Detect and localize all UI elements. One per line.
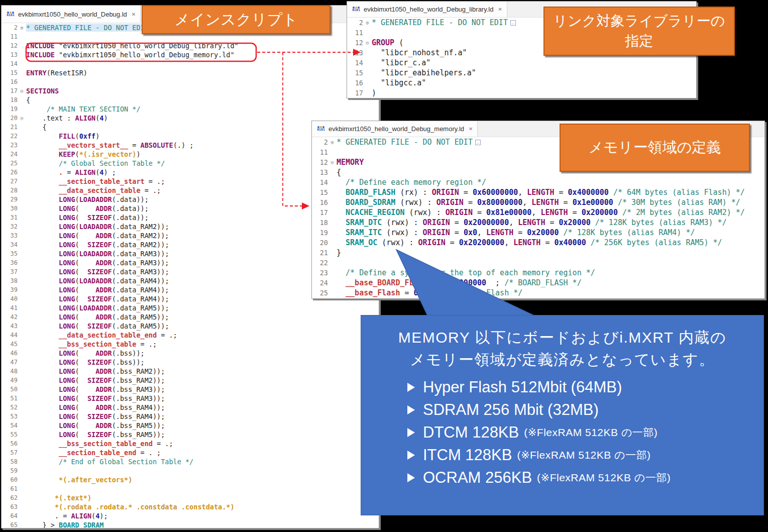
bullet-text: ITCM 128KB	[423, 446, 512, 464]
line-number: 30	[2, 205, 18, 212]
code-line: 61	[2, 484, 379, 493]
code-line: 15 BOARD_FLASH (rx) : ORIGIN = 0x6000000…	[312, 187, 764, 197]
note-bullet-item: OCRAM 256KB(※FlexRAM 512KB の一部)	[407, 466, 763, 489]
code-text: LONG( SIZEOF(.data));	[26, 214, 149, 222]
line-number: 14	[2, 60, 18, 67]
tab-main-script[interactable]: 0101 evkbimxrt1050_hello_world_Debug.ld …	[2, 6, 141, 23]
fold-toggle-icon[interactable]: ⊖	[363, 40, 372, 46]
code-text: . = ALIGN(4) ;	[26, 168, 116, 176]
line-number: 14	[312, 178, 328, 186]
line-number: 32	[2, 223, 18, 230]
line-number: 34	[2, 241, 18, 248]
line-number: 51	[2, 395, 18, 402]
code-line: 46 LONG( ADDR(.bss));	[2, 349, 379, 358]
line-number: 2	[347, 19, 363, 27]
line-number: 12	[2, 42, 18, 49]
code-text: .text : ALIGN(4)	[26, 114, 108, 122]
close-icon[interactable]: ✕	[132, 12, 136, 17]
code-line: 65 } > BOARD_SDRAM	[2, 520, 379, 528]
code-line: 23 /* Define a symbol for the top of eac…	[312, 268, 764, 278]
line-number: 16	[312, 198, 328, 206]
line-number: 19	[312, 229, 328, 237]
code-line: 60 *(.after_vectors*)	[2, 475, 379, 484]
collapsed-region-icon: ‥	[510, 20, 516, 26]
code-line: 43 LONG( SIZEOF(.data_RAM5));	[2, 322, 379, 331]
code-text: __data_section_table = .;	[26, 186, 161, 194]
tab-memory-script[interactable]: 0101 evkbimxrt1050_hello_world_Debug_mem…	[312, 121, 478, 137]
code-text: ENTRY(ResetISR)	[26, 69, 87, 77]
code-line: 16	[2, 77, 379, 86]
code-text: SRAM_ITC (rwx) : ORIGIN = 0x0, LENGTH = …	[337, 228, 695, 237]
code-text: "libcr_nohost_nf.a"	[372, 48, 467, 57]
code-text: {	[337, 168, 341, 177]
line-number: 64	[2, 512, 18, 519]
code-line: 15ENTRY(ResetISR)	[2, 68, 379, 77]
line-number: 23	[312, 269, 328, 277]
line-number: 38	[2, 277, 18, 284]
code-line: 56 __bss_section_table_end = .;	[2, 439, 379, 448]
line-number: 61	[2, 485, 18, 492]
fold-toggle-icon[interactable]: ⊕	[18, 25, 26, 31]
line-number: 28	[2, 187, 18, 194]
line-number: 22	[2, 133, 18, 140]
bullet-text: DTCM 128KB	[423, 423, 519, 442]
line-number: 35	[2, 250, 18, 257]
code-text: . = ALIGN(4);	[26, 512, 108, 520]
line-number: 22	[312, 259, 328, 267]
fold-toggle-icon[interactable]: ⊖	[328, 159, 337, 166]
linker-file-icon: 0101	[352, 5, 361, 14]
code-text: __base_BOARD_FLASH = 0x60000000 ; /* BOA…	[337, 278, 582, 287]
line-number: 25	[312, 289, 328, 297]
fold-toggle-icon[interactable]: ⊖	[18, 88, 26, 94]
code-text: BOARD_FLASH (rx) : ORIGIN = 0x60000000, …	[337, 188, 745, 197]
fold-toggle-icon[interactable]: ⊕	[328, 139, 337, 146]
code-text: /* Define each memory region */	[337, 178, 486, 187]
tab-library-script[interactable]: 0101 evkbimxrt1050_hello_world_Debug_lib…	[347, 2, 507, 17]
code-text: LONG( ADDR(.data_RAM3));	[26, 259, 169, 267]
line-number: 31	[2, 214, 18, 221]
fold-toggle-icon[interactable]: ⊕	[363, 20, 372, 26]
fold-toggle-icon[interactable]: ⊖	[18, 115, 26, 122]
bullet-subtext: (※FlexRAM 512KB の一部)	[524, 425, 657, 440]
code-text: LONG(LOADADDR(.data));	[26, 195, 149, 203]
code-text: LONG( ADDR(.bss_RAM5));	[26, 421, 165, 430]
close-icon[interactable]: ✕	[498, 7, 502, 12]
note-bullet-item: Hyper Flash 512Mbit (64MB)	[407, 376, 763, 398]
line-number: 27	[2, 178, 18, 185]
line-number: 13	[347, 49, 363, 57]
line-number: 16	[347, 79, 363, 87]
code-line: 44 __data_section_table_end = .;	[2, 331, 379, 340]
code-line: 19 /* MAIN TEXT SECTION */	[2, 104, 379, 114]
code-text: SRAM_DTC (rwx) : ORIGIN = 0x20000000, LE…	[337, 218, 727, 227]
line-number: 11	[312, 148, 328, 156]
code-line: 41 LONG(LOADADDR(.data_RAM5));	[2, 303, 379, 312]
line-number: 21	[312, 249, 328, 257]
note-heading-line1: MEMORY 以下にボードおよびi.MXRT 内蔵の	[361, 327, 763, 349]
line-number: 17	[347, 89, 363, 97]
line-number: 11	[2, 33, 18, 40]
line-number: 17	[312, 208, 328, 217]
code-text: "libcr_eabihelpers.a"	[372, 68, 476, 77]
line-number: 56	[2, 440, 18, 447]
code-line: 17 NCACHE_REGION (rwx) : ORIGIN = 0x81e0…	[312, 207, 764, 218]
line-number: 54	[2, 422, 18, 429]
line-number: 60	[2, 476, 18, 483]
close-icon[interactable]: ✕	[469, 126, 473, 132]
note-bullet-item: DTCM 128KB(※FlexRAM 512KB の一部)	[407, 421, 763, 444]
code-text: NCACHE_REGION (rwx) : ORIGIN = 0x81e0000…	[337, 208, 745, 217]
line-number: 42	[2, 313, 18, 321]
code-line: 15 "libcr_eabihelpers.a"	[347, 68, 696, 78]
line-number: 2	[312, 138, 328, 146]
code-text: LONG( ADDR(.data_RAM2));	[26, 232, 169, 240]
code-text: LONG(LOADADDR(.data_RAM5));	[26, 304, 169, 312]
code-text: * GENERATED FILE - DO NOT EDIT‥	[337, 138, 481, 147]
code-text: LONG( SIZEOF(.data_RAM3));	[26, 268, 169, 276]
code-line: 49 LONG( SIZEOF(.bss_RAM2));	[2, 376, 379, 385]
linker-file-icon: 0101	[316, 125, 325, 133]
callout-memory-label: メモリー領域の定義	[589, 138, 721, 158]
code-text: LONG( SIZEOF(.bss_RAM5));	[26, 431, 165, 439]
code-text: LONG( ADDR(.bss_RAM3));	[26, 385, 165, 393]
line-number: 49	[2, 377, 18, 384]
line-number: 62	[2, 494, 18, 501]
code-text: LONG(LOADADDR(.data_RAM3));	[26, 250, 169, 258]
